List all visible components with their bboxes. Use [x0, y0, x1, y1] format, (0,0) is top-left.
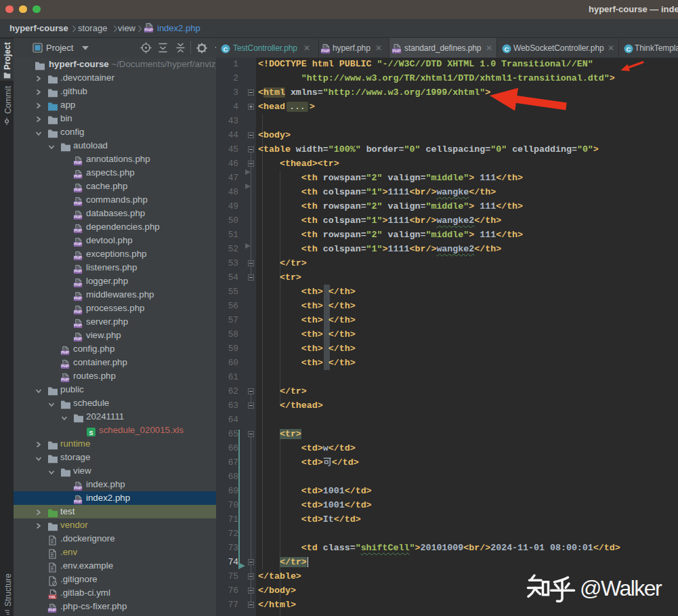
svg-text:@Walker: @Walker — [580, 576, 662, 600]
